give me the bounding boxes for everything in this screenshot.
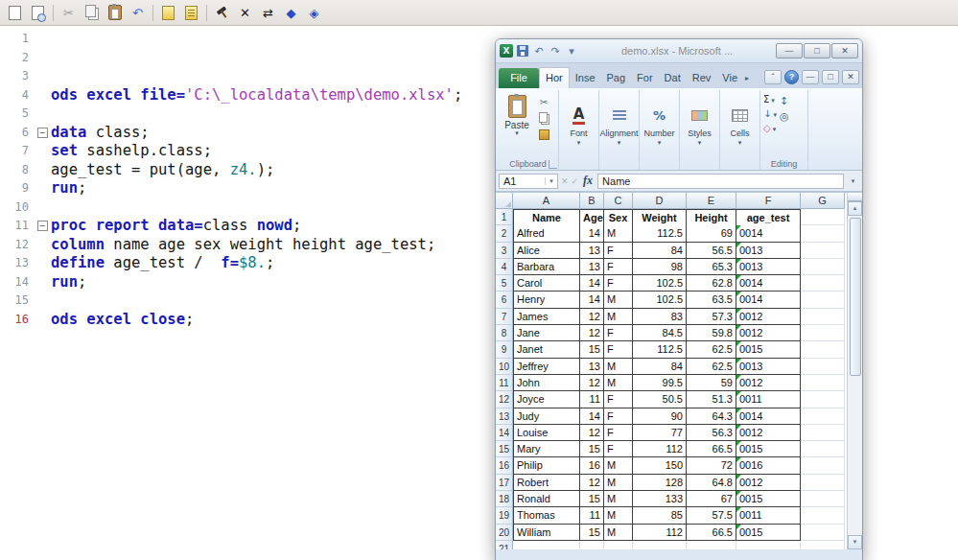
cell[interactable] — [801, 375, 845, 391]
cell[interactable]: 0014 — [736, 225, 801, 242]
cell[interactable]: 0012 — [736, 425, 801, 441]
row-header-13[interactable]: 13 — [496, 408, 513, 425]
autosum-button[interactable]: Σ▾ — [763, 94, 777, 105]
cell[interactable]: F — [604, 275, 633, 292]
tools-icon[interactable] — [211, 3, 233, 23]
tab-rev[interactable]: Rev — [687, 68, 717, 88]
cell[interactable] — [801, 259, 845, 275]
cell[interactable]: William — [513, 525, 580, 541]
cell[interactable]: 128 — [633, 475, 687, 491]
tab-file[interactable]: File — [499, 68, 539, 88]
formula-input[interactable]: Name — [597, 174, 844, 189]
cell[interactable] — [801, 525, 845, 541]
switch-windows-icon[interactable]: ⇄ — [257, 3, 279, 23]
cell[interactable]: Thomas — [513, 507, 580, 524]
maximize-button[interactable]: □ — [804, 43, 830, 58]
cell[interactable]: 0013 — [736, 259, 801, 275]
cell[interactable]: F — [604, 391, 633, 408]
cell[interactable]: 0012 — [736, 309, 801, 325]
cell[interactable]: Joyce — [513, 391, 580, 408]
break-icon[interactable]: ◆ — [280, 3, 302, 23]
name-box[interactable]: A1 ▾ — [499, 174, 558, 189]
tab-inse[interactable]: Inse — [570, 68, 601, 88]
cell[interactable]: M — [604, 225, 633, 242]
alignment-group[interactable]: Alignment▾ — [599, 90, 640, 170]
cell[interactable]: 0015 — [736, 341, 801, 358]
cell[interactable]: John — [513, 375, 580, 391]
row-header-20[interactable]: 20 — [496, 525, 513, 541]
cell[interactable]: 90 — [633, 408, 687, 425]
cell[interactable]: 15 — [580, 441, 604, 457]
cell[interactable]: M — [604, 359, 633, 375]
row-header-17[interactable]: 17 — [496, 475, 513, 491]
cell[interactable]: 77 — [633, 425, 687, 441]
row-header-5[interactable]: 5 — [496, 275, 513, 292]
cell[interactable] — [801, 309, 845, 325]
minimize-button[interactable]: — — [776, 43, 803, 58]
close-button[interactable]: ✕ — [831, 43, 858, 58]
row-header-6[interactable]: 6 — [496, 292, 513, 308]
cell[interactable] — [801, 225, 845, 242]
cell[interactable]: 0014 — [736, 275, 801, 292]
cell[interactable]: F — [604, 259, 633, 275]
workbook-close-button[interactable]: ✕ — [842, 70, 859, 84]
cell[interactable] — [513, 541, 580, 549]
cell[interactable]: Age — [580, 209, 604, 226]
cell[interactable]: F — [604, 441, 633, 457]
cell[interactable]: 84.5 — [633, 325, 687, 341]
cell[interactable]: 84 — [633, 359, 687, 375]
row-header-4[interactable]: 4 — [496, 259, 513, 275]
cell[interactable] — [687, 541, 736, 549]
cell[interactable] — [801, 292, 845, 308]
cell[interactable]: M — [604, 292, 633, 308]
cell[interactable]: 0013 — [736, 243, 801, 259]
cell[interactable]: 112.5 — [633, 341, 687, 358]
cell[interactable]: 13 — [580, 359, 604, 375]
cell[interactable]: 14 — [580, 225, 604, 242]
column-header-e[interactable]: E — [687, 193, 736, 209]
cell[interactable]: M — [604, 375, 633, 391]
cell[interactable]: Jane — [513, 325, 580, 341]
cell[interactable]: Sex — [604, 209, 633, 226]
cell[interactable] — [801, 425, 845, 441]
cell[interactable]: 83 — [633, 309, 687, 325]
cell[interactable]: Henry — [513, 292, 580, 308]
cell[interactable]: 0012 — [736, 475, 801, 491]
cell[interactable]: 13 — [580, 243, 604, 259]
row-header-3[interactable]: 3 — [496, 243, 513, 259]
cell[interactable]: 66.5 — [687, 525, 736, 541]
cell[interactable]: 12 — [580, 325, 604, 341]
row-header-19[interactable]: 19 — [496, 507, 513, 524]
cell[interactable]: 0014 — [736, 408, 801, 425]
row-header-14[interactable]: 14 — [496, 425, 513, 441]
cell[interactable]: 65.3 — [687, 259, 736, 275]
cell[interactable]: 12 — [580, 375, 604, 391]
paste-icon[interactable] — [104, 3, 126, 23]
scroll-up-button[interactable]: ▲ — [848, 201, 862, 216]
cell[interactable] — [801, 441, 845, 457]
cell[interactable] — [801, 457, 845, 474]
save-icon[interactable] — [516, 43, 529, 58]
cell[interactable] — [801, 507, 845, 524]
cell[interactable] — [580, 541, 604, 549]
cell[interactable]: 0011 — [736, 507, 801, 524]
cell[interactable]: 57.3 — [687, 309, 736, 325]
collapse-toggle[interactable]: − — [37, 128, 48, 138]
cell[interactable]: 16 — [580, 457, 604, 474]
cell[interactable]: F — [604, 408, 633, 425]
cell[interactable]: 13 — [580, 259, 604, 275]
cell[interactable]: 85 — [633, 507, 687, 524]
cell[interactable]: 57.5 — [687, 507, 736, 524]
cell[interactable] — [801, 209, 845, 225]
column-header-d[interactable]: D — [633, 193, 687, 209]
cell[interactable]: 62.5 — [687, 341, 736, 358]
row-header-18[interactable]: 18 — [496, 491, 513, 507]
clear-all-icon[interactable]: ✕ — [234, 3, 256, 23]
cell[interactable]: 59.8 — [687, 325, 736, 341]
row-header-1[interactable]: 1 — [496, 209, 513, 225]
row-header-21[interactable]: 21 — [496, 541, 513, 549]
cell[interactable]: 0015 — [736, 491, 801, 507]
number-group[interactable]: %Number▾ — [640, 90, 680, 170]
tab-hor[interactable]: Hor — [539, 67, 570, 88]
cell[interactable]: Ronald — [513, 491, 580, 507]
